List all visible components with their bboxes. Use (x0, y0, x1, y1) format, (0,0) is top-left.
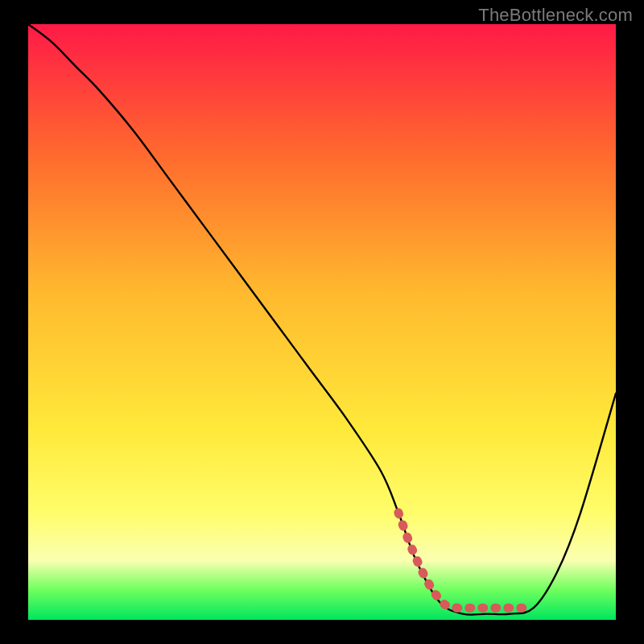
watermark-text: TheBottleneck.com (478, 5, 633, 26)
plot-background (28, 24, 616, 620)
bottleneck-curve-chart (0, 0, 644, 644)
chart-frame: TheBottleneck.com (0, 0, 644, 644)
